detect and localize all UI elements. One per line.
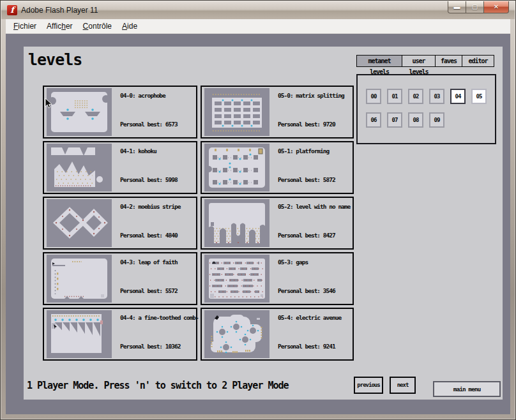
episode-button-01[interactable]: 01 <box>387 89 402 104</box>
level-card-04-4[interactable]: 04-4: a fine-toothed comb- Personal best… <box>43 308 197 361</box>
level-card-05-1[interactable]: 05-1: platforming Personal best: 5872 <box>201 141 354 194</box>
level-best-score: Personal best: 5872 <box>278 176 335 183</box>
close-button[interactable]: ✕ <box>484 1 509 13</box>
level-best-score: Personal best: 4840 <box>120 232 178 239</box>
window-title: Adobe Flash Player 11 <box>21 6 98 15</box>
level-title: 04-1: kohoku <box>120 147 156 154</box>
level-best-score: Personal best: 10362 <box>120 343 180 350</box>
menu-afficher[interactable]: Afficher <box>42 20 78 32</box>
level-card-05-3[interactable]: 05-3: gaps Personal best: 3546 <box>201 252 354 305</box>
level-select-panel: levels metanet levels user levels faves … <box>24 47 503 400</box>
episode-button-02[interactable]: 02 <box>408 89 423 104</box>
maximize-button[interactable]: ▢ <box>466 1 484 13</box>
level-best-score: Personal best: 5998 <box>120 176 178 183</box>
level-card-04-1[interactable]: 04-1: kohoku Personal best: 5998 <box>43 141 197 194</box>
level-card-04-3[interactable]: 04-3: leap of faith Personal best: 5572 <box>43 252 197 305</box>
flash-stage: levels metanet levels user levels faves … <box>6 34 510 414</box>
episode-button-04[interactable]: 04 <box>450 89 466 104</box>
level-best-score: Personal best: 9720 <box>278 121 335 128</box>
next-button[interactable]: next <box>390 377 416 394</box>
minimize-icon: ▬ <box>454 3 460 10</box>
level-card-05-2[interactable]: 05-2: level with no name Personal best: … <box>201 197 354 250</box>
level-title: 05-4: electric avenue <box>278 314 341 321</box>
menu-aide[interactable]: Aide <box>117 20 142 32</box>
level-title: 04-2: moebius stripe <box>120 203 180 210</box>
level-title: 05-2: level with no name <box>278 203 350 210</box>
episode-row-1: 00 01 02 03 04 05 <box>366 89 487 104</box>
level-title: 04-0: acrophobe <box>120 92 165 99</box>
episode-row-2: 06 07 08 09 <box>366 112 444 128</box>
level-title: 05-3: gaps <box>278 259 308 266</box>
level-grid: 04-0: acrophobe Personal best: 6573 <box>43 86 354 361</box>
level-thumbnail-04-3 <box>47 255 112 303</box>
minimize-button[interactable]: ▬ <box>448 1 466 13</box>
main-menu-button[interactable]: main menu <box>433 381 501 397</box>
level-thumbnail-04-2 <box>47 199 112 247</box>
level-title: 04-3: leap of faith <box>120 259 178 266</box>
episode-button-00[interactable]: 00 <box>366 89 381 104</box>
menu-fichier[interactable]: Fichier <box>8 20 42 32</box>
level-card-04-2[interactable]: 04-2: moebius stripe Personal best: 4840 <box>43 197 197 250</box>
episode-button-09[interactable]: 09 <box>429 112 444 128</box>
episode-button-08[interactable]: 08 <box>408 112 423 128</box>
window-controls: ▬ ▢ ✕ <box>448 1 509 13</box>
tab-faves[interactable]: faves <box>435 55 462 67</box>
tab-user-levels[interactable]: user levels <box>402 55 436 67</box>
level-card-04-0[interactable]: 04-0: acrophobe Personal best: 6573 <box>43 86 197 139</box>
tab-metanet-levels[interactable]: metanet levels <box>356 55 402 67</box>
level-card-05-4[interactable]: 05-4: electric avenue Personal best: 924… <box>201 308 354 361</box>
level-thumbnail-05-2 <box>204 199 269 247</box>
level-thumbnail-05-3 <box>204 255 269 303</box>
level-best-score: Personal best: 6573 <box>120 121 178 128</box>
level-best-score: Personal best: 3546 <box>278 287 335 294</box>
menu-bar: FichierAfficherContrôleAide <box>6 19 510 34</box>
page-title: levels <box>28 50 82 69</box>
level-card-05-0[interactable]: 05-0: matrix splitting Personal best: 97… <box>201 86 354 139</box>
player-mode-status: 1 Player Mode. Press 'n' to switch to 2 … <box>27 380 289 391</box>
tab-editor[interactable]: editor <box>462 55 494 67</box>
menu-controle[interactable]: Contrôle <box>78 20 117 32</box>
mouse-cursor <box>45 98 52 109</box>
level-title: 04-4: a fine-toothed comb- <box>120 314 199 321</box>
level-best-score: Personal best: 9241 <box>278 343 335 350</box>
level-thumbnail-04-4 <box>47 310 112 358</box>
flash-player-icon: f <box>7 5 17 15</box>
level-thumbnail-04-1 <box>47 144 112 191</box>
episode-button-05[interactable]: 05 <box>471 89 487 104</box>
level-title: 05-0: matrix splitting <box>278 92 344 99</box>
episode-button-03[interactable]: 03 <box>429 89 444 104</box>
episode-button-06[interactable]: 06 <box>366 112 381 128</box>
episode-picker: 00 01 02 03 04 05 06 07 08 09 <box>356 74 496 144</box>
maximize-icon: ▢ <box>472 3 478 10</box>
level-source-tabs: metanet levels user levels faves editor <box>356 55 494 67</box>
close-icon: ✕ <box>494 3 499 10</box>
level-best-score: Personal best: 8427 <box>278 232 335 239</box>
level-thumbnail-04-0 <box>47 88 112 136</box>
level-title: 05-1: platforming <box>278 147 329 154</box>
previous-button[interactable]: previous <box>354 377 383 394</box>
app-window: f Adobe Flash Player 11 ▬ ▢ ✕ FichierAff… <box>0 0 516 420</box>
level-thumbnail-05-1 <box>204 144 269 191</box>
level-thumbnail-05-4 <box>204 310 269 358</box>
level-thumbnail-05-0 <box>204 88 269 136</box>
level-best-score: Personal best: 5572 <box>120 287 178 294</box>
episode-button-07[interactable]: 07 <box>387 112 402 128</box>
title-bar[interactable]: f Adobe Flash Player 11 ▬ ▢ ✕ <box>1 1 515 19</box>
